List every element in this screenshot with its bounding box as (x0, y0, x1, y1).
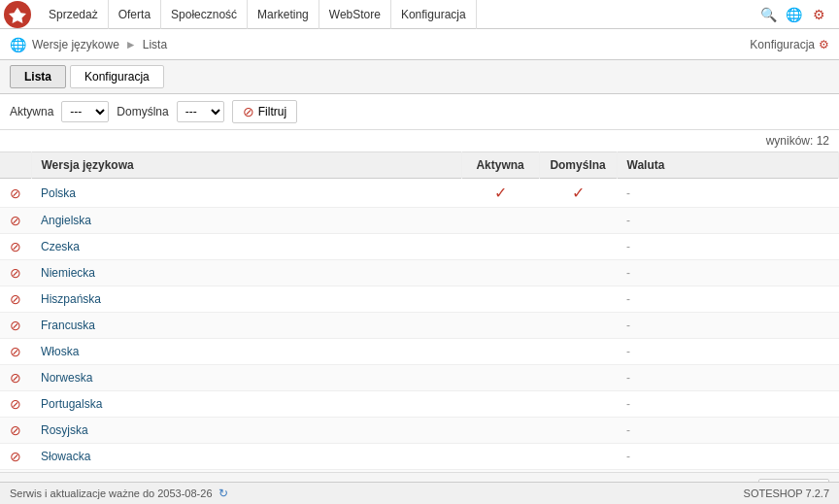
aktywna-cell (461, 234, 539, 260)
aktywna-cell (461, 444, 539, 470)
waluta-value: - (626, 371, 630, 385)
name-cell[interactable]: Czeska (31, 234, 461, 260)
waluta-value: - (626, 292, 630, 306)
nav-webstore[interactable]: WebStore (319, 0, 391, 29)
config-link[interactable]: Konfiguracja ⚙ (750, 38, 829, 51)
waluta-cell: - (617, 391, 838, 418)
check-domyslna-icon: ✓ (572, 185, 585, 201)
service-text: Serwis i aktualizacje ważne do 2053-08-2… (10, 487, 213, 499)
table-row: ⊘Francuska- (0, 313, 839, 339)
delete-icon[interactable]: ⊘ (10, 370, 21, 386)
name-cell[interactable]: Niemiecka (31, 260, 461, 286)
table-row: ⊘Czeska- (0, 234, 839, 260)
aktywna-cell (461, 339, 539, 365)
delete-icon[interactable]: ⊘ (10, 344, 21, 359)
col-header-version: Wersja językowa (31, 152, 461, 179)
name-cell[interactable]: Włoska (31, 339, 461, 365)
globe-nav-icon[interactable]: 🌐 (783, 4, 804, 25)
domyslna-cell (539, 208, 617, 234)
refresh-icon[interactable]: ↻ (218, 487, 228, 500)
name-cell[interactable]: Polska (31, 179, 461, 208)
top-navigation: Sprzedaż Oferta Społeczność Marketing We… (0, 0, 839, 29)
waluta-value: - (626, 345, 630, 358)
filter-button[interactable]: ⊘ Filtruj (232, 100, 297, 123)
aktywna-cell (461, 286, 539, 313)
delete-icon[interactable]: ⊘ (10, 396, 21, 412)
waluta-cell: - (617, 208, 838, 234)
table-body: ⊘Polska✓✓-⊘Angielska-⊘Czeska-⊘Niemiecka-… (0, 179, 839, 473)
waluta-cell: - (617, 179, 838, 208)
table-row: ⊘Słowacka- (0, 444, 839, 470)
waluta-cell: - (617, 286, 838, 313)
status-bar: Serwis i aktualizacje ważne do 2053-08-2… (0, 482, 839, 504)
filter-button-label: Filtruj (258, 105, 286, 118)
aktywna-cell (461, 208, 539, 234)
nav-konfiguracja[interactable]: Konfiguracja (391, 0, 477, 29)
breadcrumb-separator: ► (125, 38, 137, 51)
language-versions-table: Wersja językowa Aktywna Domyślna Waluta … (0, 151, 839, 472)
tab-lista[interactable]: Lista (10, 65, 66, 88)
delete-cell: ⊘ (0, 313, 31, 339)
domyslna-cell (539, 313, 617, 339)
waluta-value: - (626, 186, 630, 200)
delete-icon[interactable]: ⊘ (10, 213, 21, 228)
domyslna-cell (539, 418, 617, 444)
delete-cell: ⊘ (0, 234, 31, 260)
waluta-value: - (626, 266, 630, 280)
table-row: ⊘Włoska- (0, 339, 839, 365)
domyslna-cell (539, 260, 617, 286)
delete-cell: ⊘ (0, 208, 31, 234)
domyslna-cell (539, 234, 617, 260)
aktywna-select[interactable]: --- Tak Nie (61, 101, 109, 122)
domyslna-cell (539, 391, 617, 418)
waluta-value: - (626, 423, 630, 437)
name-cell[interactable]: Rosyjska (31, 418, 461, 444)
nav-sprzedaz[interactable]: Sprzedaż (39, 0, 109, 29)
delete-cell: ⊘ (0, 260, 31, 286)
name-cell[interactable]: Hiszpańska (31, 286, 461, 313)
waluta-value: - (626, 240, 630, 253)
name-cell[interactable]: Francuska (31, 313, 461, 339)
globe-breadcrumb-icon: 🌐 (10, 37, 26, 52)
domyslna-cell: ✓ (539, 179, 617, 208)
delete-cell: ⊘ (0, 391, 31, 418)
waluta-value: - (626, 397, 630, 411)
search-icon[interactable]: 🔍 (757, 4, 779, 25)
delete-icon[interactable]: ⊘ (10, 422, 21, 438)
aktywna-filter-select[interactable]: --- Tak Nie (61, 101, 109, 122)
delete-icon[interactable]: ⊘ (10, 318, 21, 333)
waluta-cell: - (617, 365, 838, 391)
col-header-waluta: Waluta (617, 152, 838, 179)
aktywna-cell: ✓ (461, 179, 539, 208)
tab-bar: Lista Konfiguracja (0, 60, 839, 94)
domyslna-cell (539, 339, 617, 365)
delete-icon[interactable]: ⊘ (10, 265, 21, 281)
delete-icon[interactable]: ⊘ (10, 449, 21, 464)
delete-icon[interactable]: ⊘ (10, 185, 21, 201)
table-row: ⊘Rosyjska- (0, 418, 839, 444)
delete-cell: ⊘ (0, 418, 31, 444)
delete-cell: ⊘ (0, 339, 31, 365)
name-cell[interactable]: Angielska (31, 208, 461, 234)
table-row: ⊘Norweska- (0, 365, 839, 391)
delete-icon[interactable]: ⊘ (10, 291, 21, 307)
check-aktywna-icon: ✓ (494, 185, 507, 201)
delete-icon[interactable]: ⊘ (10, 239, 21, 254)
settings-nav-icon[interactable]: ⚙ (808, 4, 829, 25)
delete-cell: ⊘ (0, 444, 31, 470)
delete-cell: ⊘ (0, 365, 31, 391)
results-count: wyników: 12 (766, 134, 829, 148)
domyslna-filter-select[interactable]: --- Tak Nie (177, 101, 224, 122)
nav-oferta[interactable]: Oferta (109, 0, 161, 29)
name-cell[interactable]: Norweska (31, 365, 461, 391)
name-cell[interactable]: Portugalska (31, 391, 461, 418)
domyslna-select[interactable]: --- Tak Nie (177, 101, 224, 122)
name-cell[interactable]: Słowacka (31, 444, 461, 470)
nav-marketing[interactable]: Marketing (248, 0, 319, 29)
aktywna-cell (461, 260, 539, 286)
tab-konfiguracja[interactable]: Konfiguracja (70, 65, 164, 88)
nav-spolecznosc[interactable]: Społeczność (161, 0, 248, 29)
logo[interactable] (4, 1, 31, 28)
filter-bar: Aktywna --- Tak Nie Domyślna --- Tak Nie… (0, 94, 839, 130)
table-row: ⊘Polska✓✓- (0, 179, 839, 208)
